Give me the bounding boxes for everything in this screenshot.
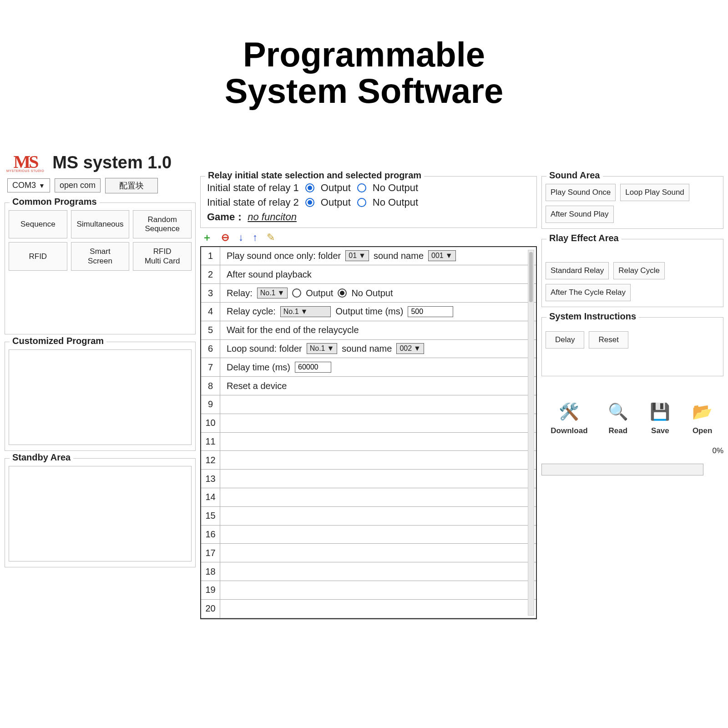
save-action[interactable]: 💾 Save (648, 400, 672, 435)
relay2-output-radio[interactable] (305, 198, 314, 207)
rownum: 1 (201, 247, 220, 266)
folder-select[interactable]: 01 ▼ (345, 250, 369, 261)
remove-step-icon[interactable]: ⊖ (221, 232, 229, 243)
relay-output-radio[interactable] (292, 288, 301, 298)
download-action[interactable]: 🛠️ Download (551, 400, 587, 435)
step-row[interactable]: After sound playback (220, 265, 536, 284)
relay2-output-label: Output (321, 197, 351, 208)
step-row[interactable] (220, 488, 536, 507)
standard-relay-button[interactable]: Standard Relay (546, 262, 609, 279)
relay1-no-output-radio[interactable] (357, 183, 366, 192)
step-row[interactable] (220, 470, 536, 488)
app-window: MS MYSTERIOUS STUDIO MS system 1.0 COM3▼… (0, 150, 728, 619)
rownum: 2 (201, 265, 220, 284)
program-rfid-multi-card[interactable]: RFID Multi Card (133, 242, 192, 271)
play-sound-once-button[interactable]: Play Sound Once (546, 184, 616, 201)
loop-folder-select[interactable]: No.1 ▼ (307, 343, 338, 354)
open-com-button[interactable]: open com (55, 178, 101, 192)
step-row[interactable] (220, 433, 536, 451)
output-time-input[interactable] (408, 306, 453, 317)
step-table: 1 2 3 4 5 6 7 8 9 10 11 12 13 14 15 16 1 (200, 246, 537, 619)
customized-program-area[interactable] (9, 349, 192, 445)
move-up-icon[interactable]: ↑ (253, 232, 258, 243)
step-text: Output (306, 288, 333, 298)
config-block-button[interactable]: 配置块 (105, 178, 158, 193)
loop-sound-select[interactable]: 002 ▼ (396, 343, 424, 354)
rownum: 13 (201, 470, 220, 488)
sound-name-select[interactable]: 001 ▼ (428, 250, 456, 261)
delay-button[interactable]: Delay (546, 331, 584, 349)
rownum: 15 (201, 507, 220, 526)
step-row[interactable] (220, 581, 536, 600)
step-text: sound name (342, 344, 392, 354)
common-programs-panel: Common Programs Sequence Simultaneous Ra… (5, 202, 196, 334)
step-row[interactable]: Relay cycle: No.1 ▼ Output time (ms) (220, 303, 536, 321)
step-row[interactable]: Play sound once only: folder 01 ▼ sound … (220, 247, 536, 266)
save-icon: 💾 (648, 400, 672, 424)
relay-select[interactable]: No.1 ▼ (257, 288, 288, 298)
rownum: 12 (201, 451, 220, 470)
step-row[interactable] (220, 451, 536, 470)
relay-cycle-button[interactable]: Relay Cycle (613, 262, 665, 279)
rownum: 20 (201, 600, 220, 618)
action-label: Open (693, 426, 712, 435)
folder-open-icon: 📂 (691, 400, 714, 424)
rownum: 9 (201, 395, 220, 414)
step-row[interactable] (220, 526, 536, 544)
step-text: Relay cycle: (227, 306, 276, 317)
progress-bar (541, 464, 703, 475)
rownum: 14 (201, 488, 220, 507)
open-action[interactable]: 📂 Open (691, 400, 714, 435)
after-cycle-relay-button[interactable]: After The Cycle Relay (546, 284, 631, 301)
relay2-label: Initial state of relay 2 (207, 197, 299, 208)
program-simultaneous[interactable]: Simultaneous (71, 210, 130, 239)
rownum: 10 (201, 414, 220, 433)
step-row[interactable]: Reset a device (220, 377, 536, 395)
standby-area-box[interactable] (9, 466, 192, 561)
step-row[interactable]: Loop sound: folder No.1 ▼ sound name 002… (220, 340, 536, 359)
delay-time-input[interactable] (295, 362, 331, 373)
customized-program-title: Customized Program (10, 336, 106, 346)
standby-area-panel: Standby Area (5, 458, 196, 567)
relay2-no-output-radio[interactable] (357, 198, 366, 207)
move-down-icon[interactable]: ↓ (238, 232, 243, 243)
step-text: Relay: (227, 288, 253, 298)
step-row[interactable] (220, 600, 536, 618)
relay-header-title: Relay initial state selection and select… (205, 170, 424, 181)
relay-effect-title: Rlay Effect Area (546, 233, 622, 243)
step-row[interactable] (220, 395, 536, 414)
step-row[interactable] (220, 562, 536, 581)
add-step-icon[interactable]: ＋ (202, 231, 212, 244)
step-row[interactable]: Delay time (ms) (220, 358, 536, 377)
reset-button[interactable]: Reset (589, 331, 628, 349)
relay1-output-radio[interactable] (305, 183, 314, 192)
relay-header-panel: Relay initial state selection and select… (200, 176, 537, 228)
step-row[interactable]: Relay: No.1 ▼ Output No Output (220, 284, 536, 303)
step-row[interactable]: Wait for the end of the relaycycle (220, 321, 536, 340)
sound-area-panel: Sound Area Play Sound Once Loop Play Sou… (541, 176, 723, 229)
program-rfid[interactable]: RFID (9, 242, 67, 271)
step-text: Delay time (ms) (227, 362, 290, 373)
rownum: 4 (201, 303, 220, 321)
program-random-sequence[interactable]: Random Sequence (133, 210, 192, 239)
read-action[interactable]: 🔍 Read (606, 400, 630, 435)
relay-cycle-select[interactable]: No.1 ▼ (280, 306, 331, 317)
rownum: 8 (201, 377, 220, 395)
progress-label: 0% (712, 446, 723, 455)
wand-icon[interactable]: ✎ (267, 232, 275, 243)
after-sound-play-button[interactable]: After Sound Play (546, 206, 614, 223)
step-toolbar: ＋ ⊖ ↓ ↑ ✎ (200, 228, 537, 246)
step-text: After sound playback (227, 269, 312, 280)
program-smart-screen[interactable]: Smart Screen (71, 242, 130, 271)
rownum: 18 (201, 562, 220, 581)
loop-play-sound-button[interactable]: Loop Play Sound (620, 184, 689, 201)
com-port-select[interactable]: COM3▼ (7, 178, 50, 192)
sound-area-title: Sound Area (546, 170, 603, 181)
step-row[interactable] (220, 544, 536, 562)
relay-no-output-radio[interactable] (338, 288, 347, 298)
action-label: Read (608, 426, 627, 435)
step-row[interactable] (220, 414, 536, 433)
step-scrollbar[interactable] (528, 250, 534, 616)
program-sequence[interactable]: Sequence (9, 210, 67, 239)
step-row[interactable] (220, 507, 536, 526)
